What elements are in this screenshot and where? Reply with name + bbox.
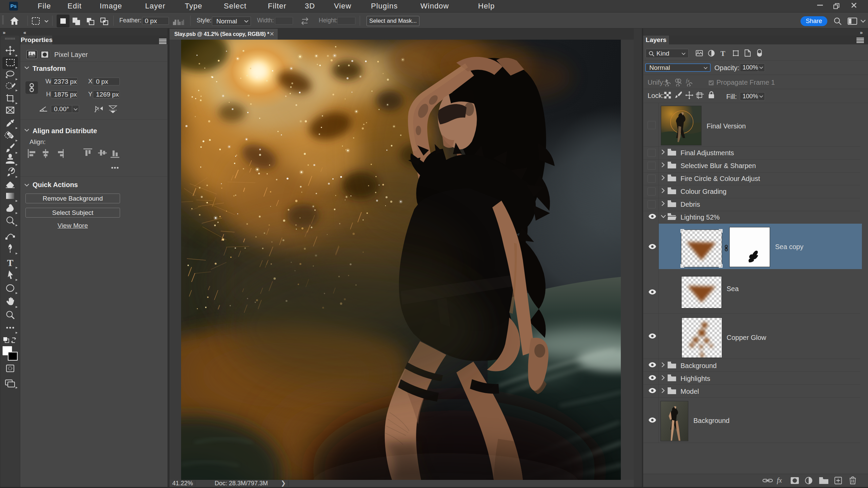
svg-text:fx: fx: [686, 78, 690, 83]
svg-text:T: T: [7, 258, 14, 268]
